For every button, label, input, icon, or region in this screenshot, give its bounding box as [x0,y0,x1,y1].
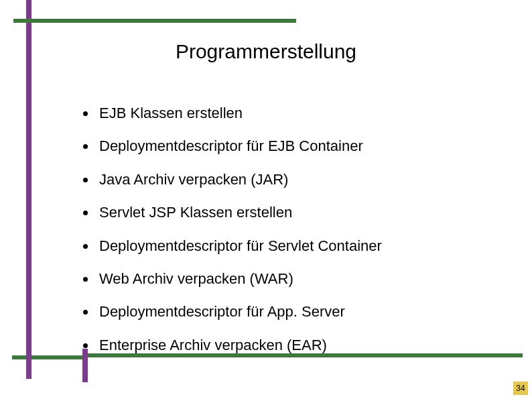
bullet-text: Deploymentdescriptor für Servlet Contain… [99,237,382,254]
list-item: Enterprise Archiv verpacken (EAR) [80,337,523,354]
bullet-text: Web Archiv verpacken (WAR) [99,270,293,287]
list-item: EJB Klassen erstellen [80,105,523,122]
bullet-list: EJB Klassen erstellen Deploymentdescript… [54,105,523,369]
list-item: Web Archiv verpacken (WAR) [80,270,523,288]
bullet-text: Servlet JSP Klassen erstellen [99,204,292,221]
list-item: Java Archiv verpacken (JAR) [80,171,523,188]
slide-title: Programmerstellung [0,40,532,63]
slide: Programmerstellung EJB Klassen erstellen… [0,0,532,399]
bullet-text: Enterprise Archiv verpacken (EAR) [99,337,327,353]
list-item: Deploymentdescriptor für App. Server [80,303,523,321]
frame-left-vertical [26,23,31,362]
list-item: Servlet JSP Klassen erstellen [80,204,523,221]
bullet-text: EJB Klassen erstellen [99,105,243,121]
page-number: 34 [513,382,528,395]
list-item: Deploymentdescriptor für Servlet Contain… [80,237,523,255]
list-item: Deploymentdescriptor für EJB Container [80,137,523,155]
bullet-text: Java Archiv verpacken (JAR) [99,171,288,188]
frame-bottom-vertical-left [26,339,31,379]
frame-top-horizontal [13,19,296,23]
bullet-text: Deploymentdescriptor für App. Server [99,303,345,320]
bullet-text: Deploymentdescriptor für EJB Container [99,137,363,154]
